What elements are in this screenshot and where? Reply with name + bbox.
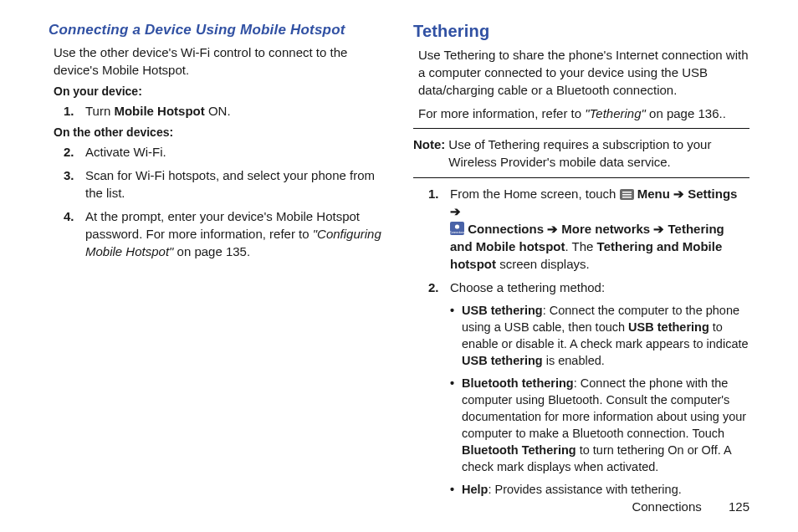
svg-rect-3 (622, 197, 632, 198)
text: ON. (205, 104, 231, 118)
text-bold: Bluetooth Tethering (462, 443, 576, 457)
more-networks-label: More networks (558, 222, 653, 236)
right-intro: Use Tethering to share the phone's Inter… (418, 46, 749, 99)
subhead-on-other-devices: On the other devices: (54, 125, 385, 139)
text: : Provides assistance with tethering. (488, 483, 681, 496)
page: Connecting a Device Using Mobile Hotspot… (0, 0, 798, 532)
arrow-icon: ➔ (673, 187, 684, 201)
text-bold: USB tethering (462, 354, 543, 367)
bullet-usb-tethering: • USB tethering: Connect the computer to… (450, 302, 749, 369)
bullet-icon: • (450, 481, 462, 498)
text-bold: USB tethering (462, 304, 543, 317)
connections-label: Connections (464, 222, 547, 236)
bullet-bluetooth-tethering: • Bluetooth tethering: Connect the phone… (450, 375, 749, 475)
settings-label: Settings (684, 187, 737, 201)
left-column: Connecting a Device Using Mobile Hotspot… (49, 22, 385, 504)
subhead-on-your-device: On your device: (54, 84, 385, 98)
step-text: At the prompt, enter your device's Mobil… (85, 207, 385, 260)
right-column: Tethering Use Tethering to share the pho… (413, 22, 749, 504)
left-step-1: 1. Turn Mobile Hotspot ON. (64, 102, 385, 120)
step-number: 1. (428, 185, 450, 273)
step-text: Scan for Wi-Fi hotspots, and select your… (85, 166, 385, 202)
text: Turn (85, 104, 114, 118)
text: is enabled. (543, 354, 605, 367)
right-step-1: 1. From the Home screen, touch Menu ➔ Se… (428, 185, 749, 273)
text: For more information, refer to (418, 106, 585, 120)
text-bold: USB tethering (628, 320, 709, 334)
step-number: 3. (64, 166, 85, 202)
text-bold: Mobile Hotspot (114, 104, 204, 118)
left-intro: Use the other device's Wi-Fi control to … (54, 43, 385, 79)
bullet-help: • Help: Provides assistance with tetheri… (450, 481, 749, 498)
note: Note: Use of Tethering requires a subscr… (413, 136, 749, 171)
step-number: 1. (64, 102, 85, 120)
text: From the Home screen, touch (450, 187, 620, 201)
arrow-icon: ➔ (653, 222, 664, 236)
bullet-icon: • (450, 375, 462, 475)
svg-point-5 (455, 224, 459, 228)
text-bold: Bluetooth tethering (462, 376, 574, 390)
text-bold: Help (462, 483, 488, 496)
svg-text:Connections: Connections (450, 231, 464, 234)
menu-label: Menu (634, 187, 674, 201)
heading-tethering: Tethering (413, 22, 749, 41)
arrow-icon: ➔ (547, 222, 558, 236)
right-step-2: 2. Choose a tethering method: (428, 279, 749, 296)
left-step-2: 2. Activate Wi-Fi. (64, 143, 385, 161)
bullet-icon: • (450, 302, 462, 369)
note-text: Use of Tethering requires a subscription… (448, 136, 749, 171)
connections-icon: Connections (450, 222, 464, 235)
heading-connecting: Connecting a Device Using Mobile Hotspot (49, 22, 385, 38)
bullet-text: Help: Provides assistance with tethering… (462, 481, 682, 498)
note-label: Note: (413, 136, 445, 171)
page-footer: Connections 125 (632, 499, 749, 514)
step-text: Choose a tethering method: (450, 279, 749, 296)
divider (413, 177, 749, 178)
step-number: 2. (64, 143, 85, 161)
svg-rect-1 (622, 192, 632, 193)
divider (413, 128, 749, 129)
step-text: Activate Wi-Fi. (85, 143, 385, 161)
arrow-icon: ➔ (450, 204, 461, 218)
left-step-4: 4. At the prompt, enter your device's Mo… (64, 207, 385, 260)
section-name: Connections (632, 499, 701, 514)
bullet-text: USB tethering: Connect the computer to t… (462, 302, 749, 369)
text: on page 136.. (646, 106, 726, 120)
text: on page 135. (173, 244, 250, 258)
text: screen displays. (496, 257, 590, 271)
left-step-3: 3. Scan for Wi-Fi hotspots, and select y… (64, 166, 385, 202)
right-more-info: For more information, refer to "Tetherin… (418, 105, 749, 122)
bullet-text: Bluetooth tethering: Connect the phone w… (462, 375, 749, 475)
text-italic: "Tethering" (585, 106, 646, 120)
step-text: Turn Mobile Hotspot ON. (85, 102, 385, 120)
step-text: From the Home screen, touch Menu ➔ Setti… (450, 185, 749, 273)
page-number: 125 (729, 499, 749, 514)
svg-rect-2 (622, 194, 632, 196)
step-number: 2. (428, 279, 450, 296)
text: . The (565, 239, 596, 253)
menu-icon (620, 189, 634, 200)
step-number: 4. (64, 207, 85, 260)
